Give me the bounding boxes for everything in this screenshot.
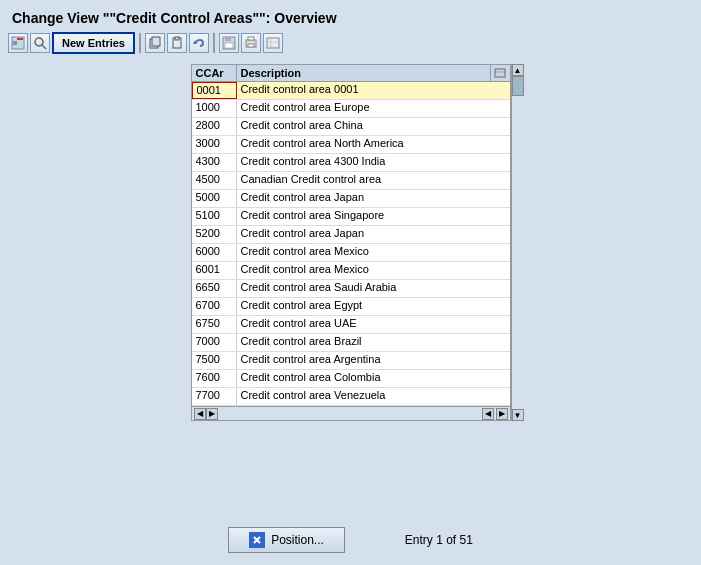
- cell-desc: Credit control area 0001: [237, 82, 510, 99]
- table-row[interactable]: 7500Credit control area Argentina: [192, 352, 510, 370]
- scroll-down-btn[interactable]: ▼: [512, 409, 524, 421]
- cell-ccar: 6000: [192, 244, 237, 261]
- cell-desc: Credit control area Argentina: [237, 352, 510, 369]
- table-row[interactable]: 6650Credit control area Saudi Arabia: [192, 280, 510, 298]
- cell-ccar: 7000: [192, 334, 237, 351]
- cell-ccar: 4500: [192, 172, 237, 189]
- cell-desc: Credit control area Brazil: [237, 334, 510, 351]
- svg-line-4: [42, 45, 46, 49]
- cell-desc: Credit control area Japan: [237, 190, 510, 207]
- cell-ccar: 6750: [192, 316, 237, 333]
- table-wrapper: CCAr Description 0001Credit control area…: [191, 64, 511, 421]
- svg-rect-6: [152, 37, 160, 46]
- table-row[interactable]: 7000Credit control area Brazil: [192, 334, 510, 352]
- table-row[interactable]: 6700Credit control area Egypt: [192, 298, 510, 316]
- table-row[interactable]: 7700Credit control area Venezuela: [192, 388, 510, 406]
- table-row[interactable]: 5000Credit control area Japan: [192, 190, 510, 208]
- svg-rect-2: [17, 38, 23, 40]
- cell-desc: Credit control area UAE: [237, 316, 510, 333]
- toolbar-separator-2: [213, 33, 215, 53]
- toolbar-icon-paste[interactable]: [167, 33, 187, 53]
- position-button[interactable]: Position...: [228, 527, 345, 553]
- cell-desc: Credit control area Mexico: [237, 244, 510, 261]
- main-table: CCAr Description 0001Credit control area…: [191, 64, 511, 421]
- table-row[interactable]: 1000Credit control area Europe: [192, 100, 510, 118]
- cell-desc: Credit control area China: [237, 118, 510, 135]
- position-label: Position...: [271, 533, 324, 547]
- vert-scroll-right-btn[interactable]: ▶: [496, 408, 508, 420]
- footer-bar: Position... Entry 1 of 51: [4, 519, 697, 561]
- toolbar-separator-1: [139, 33, 141, 53]
- cell-desc: Credit control area Saudi Arabia: [237, 280, 510, 297]
- cell-ccar: 1000: [192, 100, 237, 117]
- table-row[interactable]: 2800Credit control area China: [192, 118, 510, 136]
- table-container: CCAr Description 0001Credit control area…: [191, 64, 511, 421]
- toolbar-icon-copy[interactable]: [145, 33, 165, 53]
- cell-desc: Credit control area Venezuela: [237, 388, 510, 405]
- svg-rect-19: [495, 69, 505, 77]
- cell-ccar: 7500: [192, 352, 237, 369]
- window-title: Change View ""Credit Control Areas"": Ov…: [4, 4, 697, 30]
- horiz-scroll-right-btn[interactable]: ▶: [206, 408, 218, 420]
- table-row[interactable]: 5100Credit control area Singapore: [192, 208, 510, 226]
- cell-ccar: 5000: [192, 190, 237, 207]
- horiz-scroll-left-btn[interactable]: ◀: [194, 408, 206, 420]
- col-header-desc: Description: [237, 65, 490, 81]
- toolbar-icon-find[interactable]: [263, 33, 283, 53]
- cell-desc: Credit control area 4300 India: [237, 154, 510, 171]
- table-row[interactable]: 7600Credit control area Colombia: [192, 370, 510, 388]
- horiz-scroll-left-area: ◀ ▶: [192, 407, 460, 420]
- col-header-ccar: CCAr: [192, 65, 237, 81]
- cell-ccar: 3000: [192, 136, 237, 153]
- table-row[interactable]: 6001Credit control area Mexico: [192, 262, 510, 280]
- svg-rect-1: [13, 41, 17, 45]
- scrollbar-thumb[interactable]: [512, 76, 524, 96]
- table-row[interactable]: 3000Credit control area North America: [192, 136, 510, 154]
- cell-ccar: 4300: [192, 154, 237, 171]
- toolbar-icon-save[interactable]: [219, 33, 239, 53]
- table-row[interactable]: 6750Credit control area UAE: [192, 316, 510, 334]
- cell-desc: Credit control area Europe: [237, 100, 510, 117]
- cell-ccar: 0001: [192, 82, 237, 99]
- cell-desc: Canadian Credit control area: [237, 172, 510, 189]
- cell-ccar: 2800: [192, 118, 237, 135]
- table-body: 0001Credit control area 00011000Credit c…: [192, 82, 510, 406]
- svg-rect-16: [267, 38, 279, 48]
- new-entries-button[interactable]: New Entries: [52, 32, 135, 54]
- vertical-scrollbar: ▲ ▼: [511, 64, 523, 421]
- table-header: CCAr Description: [192, 65, 510, 82]
- scroll-up-btn[interactable]: ▲: [512, 64, 524, 76]
- cell-ccar: 7700: [192, 388, 237, 405]
- table-row[interactable]: 4300Credit control area 4300 India: [192, 154, 510, 172]
- toolbar-icon-checkmark[interactable]: [8, 33, 28, 53]
- cell-desc: Credit control area Japan: [237, 226, 510, 243]
- table-row[interactable]: 6000Credit control area Mexico: [192, 244, 510, 262]
- table-row[interactable]: 4500Canadian Credit control area: [192, 172, 510, 190]
- svg-rect-8: [175, 37, 179, 40]
- vert-scroll-left-btn[interactable]: ◀: [482, 408, 494, 420]
- cell-ccar: 6700: [192, 298, 237, 315]
- cell-desc: Credit control area Colombia: [237, 370, 510, 387]
- svg-rect-11: [225, 37, 231, 41]
- vert-scroll-area: ◀ ▶: [460, 407, 510, 420]
- cell-ccar: 5100: [192, 208, 237, 225]
- cell-ccar: 6001: [192, 262, 237, 279]
- toolbar-icon-undo[interactable]: [189, 33, 209, 53]
- entry-info: Entry 1 of 51: [405, 533, 473, 547]
- svg-point-3: [35, 38, 43, 46]
- cell-desc: Credit control area North America: [237, 136, 510, 153]
- table-row[interactable]: 5200Credit control area Japan: [192, 226, 510, 244]
- cell-ccar: 6650: [192, 280, 237, 297]
- table-row[interactable]: 0001Credit control area 0001: [192, 82, 510, 100]
- col-header-icon[interactable]: [490, 65, 510, 81]
- toolbar-icon-search[interactable]: [30, 33, 50, 53]
- toolbar-icon-print[interactable]: [241, 33, 261, 53]
- cell-ccar: 5200: [192, 226, 237, 243]
- toolbar: New Entries: [4, 30, 697, 56]
- position-icon: [249, 532, 265, 548]
- svg-rect-12: [225, 43, 233, 48]
- table-bottom-scrollbar: ◀ ▶ ◀ ▶: [192, 406, 510, 420]
- cell-desc: Credit control area Mexico: [237, 262, 510, 279]
- svg-rect-14: [248, 37, 254, 40]
- cell-ccar: 7600: [192, 370, 237, 387]
